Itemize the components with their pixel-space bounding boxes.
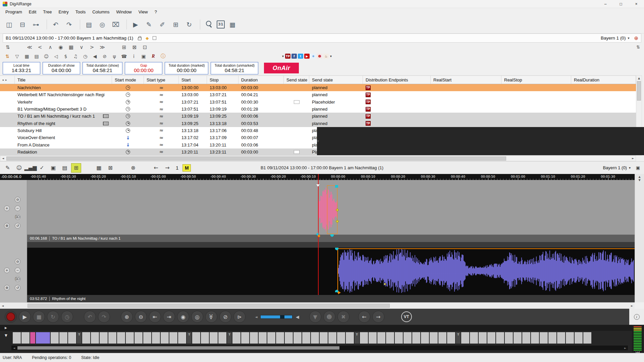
overview-block[interactable]: [201, 332, 209, 344]
record-r-icon[interactable]: R: [149, 52, 158, 60]
paste-icon[interactable]: ▤: [60, 163, 70, 173]
overview-block[interactable]: [276, 332, 284, 344]
menu-item-1[interactable]: Edit: [25, 9, 40, 15]
goto-date-icon[interactable]: ▦: [66, 43, 76, 51]
scroll-left-icon[interactable]: ◄: [11, 347, 17, 350]
column-header[interactable]: RealDuration: [571, 76, 636, 84]
track-undo-button[interactable]: ↺: [15, 285, 20, 291]
overview-block[interactable]: [59, 332, 67, 344]
multitrack-mode-button[interactable]: M: [182, 164, 191, 172]
track-undo-button[interactable]: ↺: [15, 223, 20, 229]
column-header[interactable]: Start mode: [112, 76, 144, 84]
goto-last-icon[interactable]: ≫: [97, 43, 107, 51]
overview-block[interactable]: [522, 332, 530, 344]
overview-block[interactable]: [82, 332, 90, 344]
overview-block[interactable]: [337, 332, 345, 344]
routing-grid-icon[interactable]: ⊞: [71, 163, 81, 173]
table-row[interactable]: B1 Vormittag/Mittag Openerbett 3 D≈13:07…: [0, 106, 636, 113]
overview-block[interactable]: [360, 332, 368, 344]
youtube-chip[interactable]: ▶: [304, 54, 310, 59]
column-header[interactable]: Send state: [309, 76, 363, 84]
goto-first-icon[interactable]: ≪: [24, 43, 35, 51]
overview-block[interactable]: [285, 332, 293, 344]
print-icon[interactable]: ▤: [83, 19, 95, 30]
edit-entry-icon[interactable]: ✎: [143, 19, 155, 30]
zoom-all-button[interactable]: ◉: [177, 311, 189, 323]
overview-block[interactable]: [328, 332, 336, 344]
meter-icon[interactable]: ◷: [80, 52, 90, 60]
column-header[interactable]: Send state: [284, 76, 309, 84]
overview-block[interactable]: [487, 332, 495, 344]
overview-block[interactable]: [566, 332, 574, 344]
overview-block[interactable]: [404, 332, 412, 344]
calendar-icon[interactable]: 31: [217, 20, 225, 28]
apply-icon[interactable]: ✓: [37, 163, 47, 173]
mark-in-handle-icon[interactable]: [335, 185, 338, 188]
track-collapse-button[interactable]: ⊖: [15, 197, 20, 202]
prev-element-button[interactable]: ←: [358, 311, 370, 323]
delete-icon[interactable]: ⌧: [110, 19, 121, 30]
speaker-assign-icon[interactable]: ☺: [14, 163, 24, 173]
playlist-hscroll-thumb[interactable]: [6, 157, 506, 161]
insert-sub-icon[interactable]: ⊡: [140, 43, 150, 51]
track-insert-button[interactable]: ⊕: [4, 223, 10, 229]
view-split-vertical-icon[interactable]: ◫: [3, 19, 15, 30]
track-zoom-in-button[interactable]: +: [4, 267, 10, 273]
playlist-channel-select[interactable]: Bayern 1 (0) ▾: [601, 36, 629, 41]
table-add-icon[interactable]: ⊞: [170, 19, 181, 30]
scroll-up-icon[interactable]: ▲: [638, 76, 640, 80]
overview-block[interactable]: [479, 332, 487, 344]
music-icon[interactable]: ♫: [71, 52, 80, 60]
snap-off-button[interactable]: ⊘: [219, 311, 231, 323]
expand-icon[interactable]: ▣: [636, 165, 640, 170]
info-circle-icon[interactable]: ⓘ: [158, 52, 168, 60]
overview-block[interactable]: [320, 332, 328, 344]
maximize-button[interactable]: □: [613, 0, 629, 8]
menu-item-7[interactable]: View: [135, 9, 151, 15]
overview-block[interactable]: [108, 332, 116, 344]
overview-block[interactable]: [395, 332, 403, 344]
column-header[interactable]: Start type: [144, 76, 179, 84]
next-take-icon[interactable]: →: [162, 163, 172, 173]
next-element-button[interactable]: →: [372, 311, 384, 323]
overview-block[interactable]: [126, 332, 134, 344]
zoom-selection-button[interactable]: ◎: [191, 311, 203, 323]
scroll-left-icon[interactable]: ◄: [0, 304, 5, 307]
undo-button[interactable]: ↶: [84, 311, 96, 323]
phone-icon[interactable]: ☎: [119, 52, 129, 60]
waveform-segment-purple[interactable]: [338, 249, 634, 293]
column-header[interactable]: Distribution Endpoints: [363, 76, 431, 84]
grid-view-icon[interactable]: ▦: [22, 52, 32, 60]
track-zoom-out-button[interactable]: −: [15, 267, 20, 273]
play-button[interactable]: ▶: [19, 311, 31, 323]
table-row[interactable]: Nachrichten≈13:00:0013:03:0000:03:00plan…: [0, 84, 636, 91]
redo-icon[interactable]: ↷: [63, 19, 75, 30]
overview-block[interactable]: [232, 332, 240, 344]
volume-slider[interactable]: [260, 315, 292, 319]
document-icon[interactable]: ▤: [32, 52, 41, 60]
track-zoom-in-button[interactable]: +: [4, 205, 10, 211]
billing-icon[interactable]: $: [61, 52, 70, 60]
overview-block[interactable]: [438, 332, 446, 344]
overview-block[interactable]: T: [227, 332, 232, 344]
overview-block[interactable]: [241, 332, 249, 344]
speaker-icon[interactable]: ◀: [296, 314, 299, 319]
overview-block[interactable]: [267, 332, 275, 344]
loop-button[interactable]: ↻: [47, 311, 59, 323]
cup-chip[interactable]: ♨: [323, 54, 329, 59]
voicetrack-button[interactable]: VT: [401, 311, 412, 322]
table-row[interactable]: TO / B1 am Mi Nachmittag / kurz nach 1≈1…: [0, 113, 636, 120]
menu-item-6[interactable]: Window: [113, 9, 135, 15]
overview-scroll-thumb[interactable]: [17, 346, 339, 350]
jump-start-button[interactable]: ⇤: [149, 311, 161, 323]
refresh-icon[interactable]: ↻: [183, 19, 195, 30]
overview-block[interactable]: [461, 332, 469, 344]
grid-icon[interactable]: ▦: [227, 19, 238, 30]
track-delete-button[interactable]: ⌦: [15, 214, 20, 220]
overview-block[interactable]: T: [355, 332, 359, 344]
scroll-down-icon[interactable]: ▼: [317, 127, 644, 155]
envelope-point-icon[interactable]: [384, 283, 386, 285]
scroll-right-icon[interactable]: ►: [629, 304, 635, 307]
track-zoom-out-button[interactable]: −: [15, 205, 20, 211]
editor-hscrollbar[interactable]: ◄ ►: [0, 302, 635, 309]
